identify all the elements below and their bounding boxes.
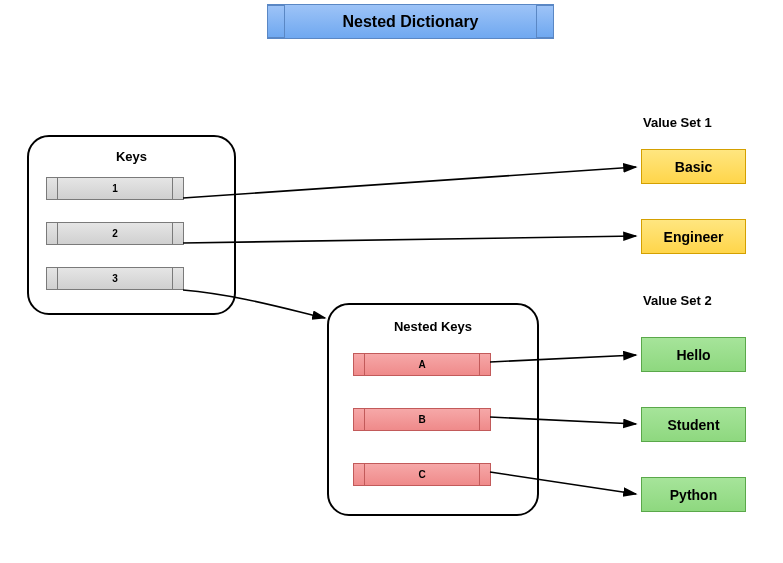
key-side-left	[353, 353, 365, 376]
nested-key-C: C	[353, 463, 491, 486]
nested-key-B: B	[353, 408, 491, 431]
nested-keys-frame-title: Nested Keys	[394, 319, 472, 334]
key-side-right	[479, 353, 491, 376]
key-side-right	[172, 177, 184, 200]
value-basic: Basic	[641, 149, 746, 184]
value-set-2-label: Value Set 2	[643, 293, 712, 308]
value-engineer: Engineer	[641, 219, 746, 254]
nested-key-label: A	[418, 359, 425, 370]
value-label: Engineer	[664, 229, 724, 245]
keys-frame-title: Keys	[116, 149, 147, 164]
nested-key-A: A	[353, 353, 491, 376]
title-side-right	[536, 5, 554, 38]
value-student: Student	[641, 407, 746, 442]
key-side-left	[46, 222, 58, 245]
value-set-1-label: Value Set 1	[643, 115, 712, 130]
key-side-left	[46, 177, 58, 200]
value-label: Python	[670, 487, 717, 503]
nested-key-label: B	[418, 414, 425, 425]
key-box-3: 3	[46, 267, 184, 290]
key-side-right	[172, 267, 184, 290]
key-side-right	[479, 408, 491, 431]
title-side-left	[267, 5, 285, 38]
value-label: Hello	[676, 347, 710, 363]
key-side-left	[353, 408, 365, 431]
key-side-right	[479, 463, 491, 486]
key-box-2: 2	[46, 222, 184, 245]
keys-frame: Keys 1 2 3	[27, 135, 236, 315]
key-side-right	[172, 222, 184, 245]
arrow-key2-engineer	[183, 236, 636, 243]
value-label: Student	[667, 417, 719, 433]
nested-keys-frame: Nested Keys A B C	[327, 303, 539, 516]
value-label: Basic	[675, 159, 712, 175]
key-side-left	[46, 267, 58, 290]
key-label: 1	[112, 183, 118, 194]
arrow-key1-basic	[183, 167, 636, 198]
nested-key-label: C	[418, 469, 425, 480]
value-python: Python	[641, 477, 746, 512]
key-label: 2	[112, 228, 118, 239]
value-hello: Hello	[641, 337, 746, 372]
diagram-title: Nested Dictionary	[342, 13, 478, 31]
key-side-left	[353, 463, 365, 486]
key-box-1: 1	[46, 177, 184, 200]
diagram-title-box: Nested Dictionary	[267, 4, 554, 39]
key-label: 3	[112, 273, 118, 284]
